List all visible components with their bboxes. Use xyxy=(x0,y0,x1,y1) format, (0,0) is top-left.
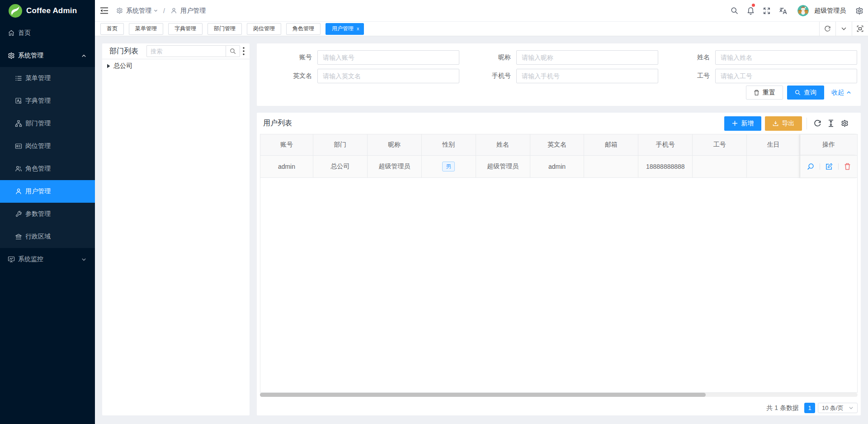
sidebar-item-role-mgmt[interactable]: 角色管理 xyxy=(0,157,95,180)
sidebar-item-post-mgmt[interactable]: 岗位管理 xyxy=(0,135,95,157)
column-header-birthday[interactable]: 生日 xyxy=(747,134,800,155)
table-refresh-button[interactable] xyxy=(811,116,824,131)
column-header-gender[interactable]: 性别 xyxy=(422,134,476,155)
gear-icon xyxy=(841,119,849,127)
column-header-nickname[interactable]: 昵称 xyxy=(368,134,422,155)
content-fullscreen-button[interactable] xyxy=(852,22,868,36)
cell-email xyxy=(584,155,638,178)
collapse-label: 收起 xyxy=(831,89,844,97)
breadcrumb-user-mgmt[interactable]: 用户管理 xyxy=(170,7,206,15)
table-empty-area xyxy=(260,178,858,393)
column-header-name[interactable]: 姓名 xyxy=(476,134,530,155)
sidebar-item-label: 部门管理 xyxy=(25,119,51,128)
delete-row-button[interactable] xyxy=(844,163,851,170)
language-button[interactable] xyxy=(775,0,791,21)
column-header-email[interactable]: 邮箱 xyxy=(584,134,638,155)
dept-search-button[interactable] xyxy=(226,45,240,57)
sidebar-item-user-mgmt[interactable]: 用户管理 xyxy=(0,180,95,203)
phone-input[interactable] xyxy=(516,69,658,83)
add-button[interactable]: 新增 xyxy=(724,116,761,131)
user-icon xyxy=(170,7,177,14)
cell-account: admin xyxy=(260,155,313,178)
tab-user-mgmt[interactable]: 用户管理x xyxy=(326,23,364,35)
breadcrumb-separator: / xyxy=(163,7,165,14)
sidebar-item-home[interactable]: 首页 xyxy=(0,22,95,44)
tab-menu-mgmt[interactable]: 菜单管理 xyxy=(129,23,163,35)
reset-button[interactable]: 重置 xyxy=(746,86,783,100)
notification-button[interactable] xyxy=(742,0,759,21)
tree-node-root[interactable]: 总公司 xyxy=(107,60,250,72)
app-logo[interactable]: Coffee Admin xyxy=(0,0,95,22)
form-actions: 重置 查询 收起 xyxy=(260,86,857,100)
search-icon xyxy=(731,7,738,14)
sidebar-item-label: 用户管理 xyxy=(25,187,51,195)
tab-dict-mgmt[interactable]: 字典管理 xyxy=(168,23,203,35)
sidebar-item-dict-mgmt[interactable]: 字典管理 xyxy=(0,90,95,112)
pagination: 共 1 条数据 1 10 条/页 xyxy=(260,397,858,415)
sidebar-item-system[interactable]: 系统管理 xyxy=(0,44,95,67)
job-no-input[interactable] xyxy=(715,69,857,83)
sidebar-item-label: 系统管理 xyxy=(18,52,43,60)
settings-button[interactable] xyxy=(851,0,868,21)
row-height-button[interactable] xyxy=(824,116,838,131)
table-header-bar: 用户列表 新增 导出 xyxy=(260,113,858,134)
tab-label: 字典管理 xyxy=(175,25,196,33)
tab-home[interactable]: 首页 xyxy=(100,23,124,35)
scrollbar-thumb[interactable] xyxy=(260,393,706,397)
search-form-card: 账号 昵称 姓名 英文名 xyxy=(257,43,861,106)
dept-more-button[interactable] xyxy=(242,45,245,57)
name-input[interactable] xyxy=(715,50,857,65)
user-menu[interactable]: 超级管理员 xyxy=(797,5,846,16)
reset-label: 重置 xyxy=(763,89,775,97)
tab-label: 菜单管理 xyxy=(135,25,157,33)
sidebar-item-menu-mgmt[interactable]: 菜单管理 xyxy=(0,67,95,90)
fullscreen-button[interactable] xyxy=(759,0,775,21)
sidebar-item-monitor[interactable]: 系统监控 xyxy=(0,248,95,271)
refresh-icon xyxy=(824,25,831,32)
tab-label: 用户管理 xyxy=(332,25,354,33)
translate-icon xyxy=(779,7,787,14)
export-button[interactable]: 导出 xyxy=(765,116,802,131)
table-row[interactable]: admin 总公司 超级管理员 男 超级管理员 admin 1888888888… xyxy=(260,155,857,178)
top-header: 系统管理 / 用户管理 xyxy=(95,0,868,22)
tabs-menu-button[interactable] xyxy=(835,22,852,36)
tab-dept-mgmt[interactable]: 部门管理 xyxy=(208,23,242,35)
row-actions xyxy=(807,163,851,170)
column-header-dept[interactable]: 部门 xyxy=(313,134,368,155)
dept-search-input[interactable] xyxy=(146,45,226,57)
org-chart-icon xyxy=(15,120,22,127)
column-header-en-name[interactable]: 英文名 xyxy=(530,134,585,155)
breadcrumb-system[interactable]: 系统管理 xyxy=(116,7,158,15)
refresh-page-button[interactable] xyxy=(819,22,835,36)
nickname-input[interactable] xyxy=(516,50,658,65)
query-button[interactable]: 查询 xyxy=(787,86,824,100)
page-size-select[interactable]: 10 条/页 xyxy=(818,403,858,413)
column-header-phone[interactable]: 手机号 xyxy=(638,134,693,155)
sidebar-item-dept-mgmt[interactable]: 部门管理 xyxy=(0,112,95,135)
sidebar-item-param-mgmt[interactable]: 参数管理 xyxy=(0,203,95,225)
column-settings-button[interactable] xyxy=(838,116,851,131)
column-header-job-no[interactable]: 工号 xyxy=(693,134,747,155)
sidebar-item-label: 字典管理 xyxy=(25,97,51,105)
form-item-nickname: 昵称 xyxy=(459,50,658,65)
edit-row-button[interactable] xyxy=(826,163,833,170)
sidebar-fold-button[interactable] xyxy=(95,0,113,21)
tab-close-icon[interactable]: x xyxy=(357,26,359,31)
cell-birthday xyxy=(747,155,800,178)
tab-post-mgmt[interactable]: 岗位管理 xyxy=(247,23,281,35)
preview-row-button[interactable] xyxy=(807,163,814,170)
column-header-account[interactable]: 账号 xyxy=(260,134,313,155)
sidebar: Coffee Admin 首页 系统管理 菜单管理 字典管理 部门管理 xyxy=(0,0,95,424)
global-search-button[interactable] xyxy=(726,0,742,21)
edit-icon xyxy=(826,163,833,170)
en-name-input[interactable] xyxy=(317,69,459,83)
sidebar-item-region[interactable]: 行政区域 xyxy=(0,225,95,248)
table-header-row: 账号 部门 昵称 性别 姓名 英文名 邮箱 手机号 工号 生日 操作 xyxy=(260,134,857,155)
account-input[interactable] xyxy=(317,50,459,65)
tab-role-mgmt[interactable]: 角色管理 xyxy=(286,23,321,35)
collapse-form-link[interactable]: 收起 xyxy=(831,89,851,97)
cell-nickname: 超级管理员 xyxy=(368,155,422,178)
home-icon xyxy=(8,29,15,37)
right-column: 账号 昵称 姓名 英文名 xyxy=(257,43,861,415)
page-1-button[interactable]: 1 xyxy=(804,403,815,413)
